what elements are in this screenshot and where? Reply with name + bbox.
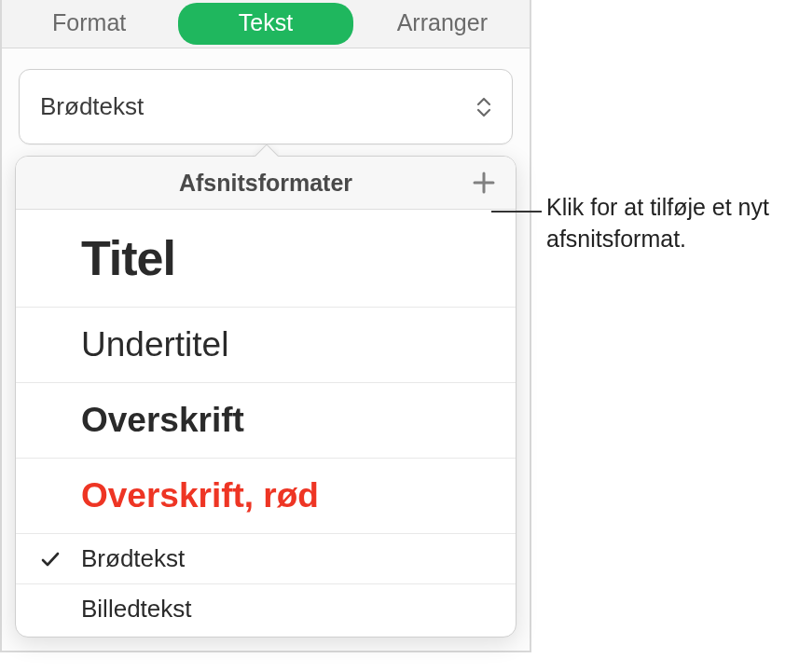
paragraph-style-item[interactable]: Undertitel	[16, 308, 516, 383]
plus-icon	[472, 171, 496, 195]
tab-format[interactable]: Format	[2, 0, 176, 48]
callout: Klik for at tilføje et nyt afsnitsformat…	[546, 192, 789, 255]
paragraph-style-item-label: Overskrift, rød	[81, 476, 319, 514]
popover-title: Afsnitsformater	[179, 170, 352, 197]
inspector-tabs: Format Tekst Arranger	[2, 0, 530, 48]
paragraph-style-item[interactable]: Brødtekst	[16, 534, 516, 584]
paragraph-style-list: TitelUndertitelOverskriftOverskrift, rød…	[16, 210, 516, 637]
paragraph-style-current-label: Brødtekst	[40, 92, 144, 121]
inspector-panel: Format Tekst Arranger Brødtekst Afsnitsf…	[0, 0, 531, 652]
paragraph-style-dropdown[interactable]: Brødtekst	[19, 69, 513, 144]
popover-header: Afsnitsformater	[16, 157, 516, 210]
popover-arrow	[253, 144, 279, 157]
paragraph-style-item-label: Billedtekst	[81, 595, 192, 623]
callout-leader-line	[491, 211, 542, 213]
tab-tekst[interactable]: Tekst	[178, 3, 352, 45]
paragraph-styles-popover: Afsnitsformater TitelUndertitelOverskrif…	[15, 156, 517, 638]
paragraph-styles-popover-wrap: Afsnitsformater TitelUndertitelOverskrif…	[15, 156, 517, 638]
callout-text: Klik for at tilføje et nyt afsnitsformat…	[546, 192, 789, 255]
checkmark-icon	[40, 549, 61, 569]
paragraph-style-item[interactable]: Billedtekst	[16, 584, 516, 637]
paragraph-style-item-label: Titel	[81, 231, 175, 285]
paragraph-style-item-label: Brødtekst	[81, 544, 185, 572]
paragraph-style-item[interactable]: Overskrift, rød	[16, 459, 516, 534]
paragraph-style-item-label: Overskrift	[81, 401, 244, 439]
paragraph-style-item-label: Undertitel	[81, 325, 228, 363]
add-paragraph-style-button[interactable]	[469, 168, 499, 198]
paragraph-style-item[interactable]: Overskrift	[16, 383, 516, 459]
paragraph-style-item[interactable]: Titel	[16, 210, 516, 308]
tab-arranger[interactable]: Arranger	[355, 0, 530, 48]
updown-chevron-icon	[476, 97, 491, 117]
